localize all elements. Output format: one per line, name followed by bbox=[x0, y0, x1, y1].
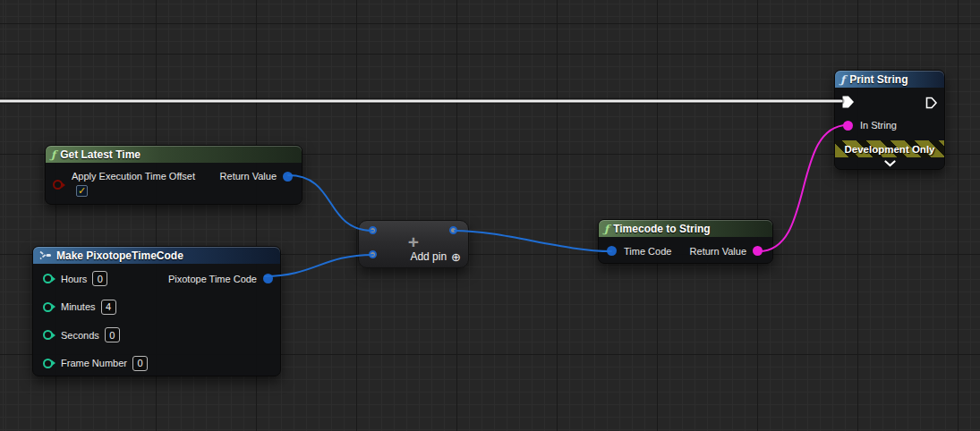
node-print-string[interactable]: ƒ Print String In String Development Onl… bbox=[834, 70, 945, 170]
node-add-compact[interactable]: + Add pin ⊕ bbox=[358, 220, 469, 268]
seconds-pin[interactable] bbox=[43, 330, 53, 340]
node-get-latest-time[interactable]: ƒ Get Latest Time Apply Execution Time O… bbox=[45, 145, 303, 205]
minutes-input[interactable]: 4 bbox=[101, 300, 116, 315]
minutes-label: Minutes bbox=[61, 301, 96, 312]
function-icon: ƒ bbox=[604, 224, 609, 234]
circled-plus-icon: ⊕ bbox=[451, 251, 461, 263]
expand-advanced-button[interactable] bbox=[835, 160, 944, 167]
seconds-input[interactable]: 0 bbox=[105, 327, 120, 342]
node-title: Get Latest Time bbox=[60, 148, 141, 161]
development-only-label: Development Only bbox=[845, 144, 935, 155]
frame-number-label: Frame Number bbox=[61, 358, 127, 368]
apply-execution-time-offset-checkbox[interactable]: ✓ bbox=[76, 185, 88, 197]
return-value-pin[interactable] bbox=[283, 172, 293, 182]
node-header[interactable]: Make PixotopeTimeCode bbox=[33, 247, 280, 264]
node-header[interactable]: ƒ Timecode to String bbox=[599, 220, 772, 237]
time-code-pin[interactable] bbox=[607, 246, 617, 256]
hours-label: Hours bbox=[61, 274, 87, 284]
node-timecode-to-string[interactable]: ƒ Timecode to String Time Code Return Va… bbox=[598, 219, 773, 264]
add-input-pin-2[interactable] bbox=[369, 250, 377, 258]
function-icon: ƒ bbox=[51, 149, 55, 160]
make-row-hours: Hours 0 Pixotope Time Code bbox=[33, 265, 280, 293]
add-to-timecode-wire[interactable] bbox=[455, 231, 611, 251]
node-title: Print String bbox=[849, 73, 908, 86]
frame-number-pin[interactable] bbox=[43, 359, 53, 368]
function-icon: ƒ bbox=[840, 74, 845, 85]
make-row-seconds: Seconds 0 bbox=[33, 321, 280, 350]
exec-out-pin[interactable] bbox=[925, 97, 938, 109]
pixotope-time-code-pin[interactable] bbox=[263, 274, 273, 283]
development-only-banner: Development Only bbox=[835, 140, 944, 157]
seconds-label: Seconds bbox=[61, 330, 99, 341]
chevron-down-icon bbox=[884, 160, 896, 167]
frame-number-input[interactable]: 0 bbox=[132, 356, 148, 371]
in-string-label: In String bbox=[860, 120, 897, 131]
node-title: Timecode to String bbox=[613, 223, 710, 235]
pixotope-time-code-label: Pixotope Time Code bbox=[168, 274, 257, 284]
return-value-label: Return Value bbox=[690, 246, 746, 257]
plus-operator-icon: + bbox=[359, 232, 468, 251]
exec-in-pin[interactable] bbox=[842, 96, 855, 108]
make-row-frame-number: Frame Number 0 bbox=[33, 350, 280, 378]
add-pin-label: Add pin bbox=[410, 250, 447, 263]
node-header[interactable]: ƒ Print String bbox=[835, 71, 944, 88]
time-code-label: Time Code bbox=[624, 246, 671, 257]
make-timecode-to-add-wire[interactable] bbox=[265, 255, 373, 276]
add-pin-button[interactable]: Add pin ⊕ bbox=[410, 250, 461, 263]
return-value-label: Return Value bbox=[220, 171, 277, 182]
apply-execution-time-offset-pin[interactable] bbox=[53, 180, 63, 190]
hours-input[interactable]: 0 bbox=[92, 271, 107, 286]
node-title: Make PixotopeTimeCode bbox=[56, 249, 183, 262]
in-string-pin[interactable] bbox=[843, 121, 853, 131]
node-header[interactable]: ƒ Get Latest Time bbox=[46, 146, 302, 163]
minutes-pin[interactable] bbox=[43, 302, 53, 312]
apply-execution-time-offset-label: Apply Execution Time Offset bbox=[72, 171, 195, 182]
make-struct-icon bbox=[38, 250, 52, 260]
return-value-pin[interactable] bbox=[753, 246, 763, 256]
hours-pin[interactable] bbox=[43, 274, 53, 283]
node-make-pixotope-timecode[interactable]: Make PixotopeTimeCode Hours 0 Pixotope T… bbox=[32, 246, 281, 376]
make-row-minutes: Minutes 4 bbox=[33, 293, 280, 322]
blueprint-graph-canvas[interactable]: ƒ Get Latest Time Apply Execution Time O… bbox=[0, 0, 980, 431]
